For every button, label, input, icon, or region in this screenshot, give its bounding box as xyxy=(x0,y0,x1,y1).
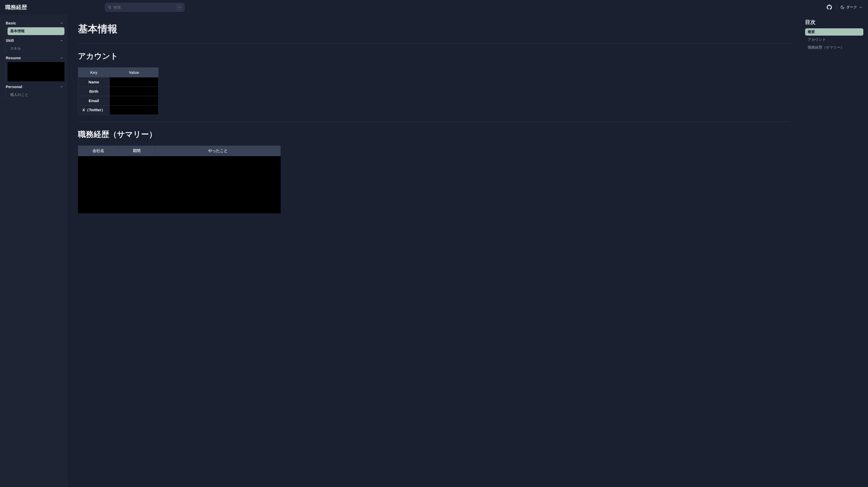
account-key: X（Twitter） xyxy=(78,105,110,115)
table-header-key: Key xyxy=(78,67,110,78)
toc: 目次 概要 アカウント 職務経歴（サマリー） xyxy=(800,14,868,487)
sidebar-section-label: Personal xyxy=(6,85,22,89)
search-wrap xyxy=(105,3,185,12)
table-row-redacted xyxy=(78,156,281,213)
header: 職務経歴 ダーク xyxy=(0,0,868,14)
sidebar-section-label: Skill xyxy=(6,38,14,42)
sidebar-redacted xyxy=(7,62,64,81)
search-icon xyxy=(108,5,112,9)
table-row: X（Twitter） xyxy=(78,105,158,115)
chevron-down-icon xyxy=(60,56,63,60)
sidebar-section-label: Resume xyxy=(6,56,21,60)
github-link[interactable] xyxy=(826,4,833,11)
divider xyxy=(78,122,790,122)
github-icon xyxy=(827,5,832,10)
table-header-period: 期間 xyxy=(119,146,155,156)
chevron-down-icon xyxy=(60,85,63,89)
sidebar-item-personal[interactable]: 個人のこと xyxy=(7,91,64,99)
account-key: Name xyxy=(78,78,110,87)
account-value-redacted xyxy=(110,105,158,115)
chevron-down-icon xyxy=(60,21,63,25)
toc-item-account[interactable]: アカウント xyxy=(805,36,863,43)
search-box[interactable] xyxy=(105,3,185,12)
toc-title: 目次 xyxy=(805,19,863,26)
account-value-redacted xyxy=(110,96,158,105)
theme-toggle[interactable]: ダーク xyxy=(840,5,863,10)
sidebar: Basic 基本情報 Skill スキル Resume xyxy=(0,14,68,487)
site-brand[interactable]: 職務経歴 xyxy=(5,4,27,11)
layout: Basic 基本情報 Skill スキル Resume xyxy=(0,14,868,487)
sidebar-item-basic-info[interactable]: 基本情報 xyxy=(7,27,64,35)
sidebar-section-basic[interactable]: Basic xyxy=(5,19,64,27)
sidebar-section-personal[interactable]: Personal xyxy=(5,83,64,90)
table-header-work: やったこと xyxy=(155,146,281,156)
account-heading: アカウント xyxy=(78,51,790,62)
table-row: Name xyxy=(78,78,158,87)
header-right: ダーク xyxy=(826,4,863,11)
summary-redacted-cell xyxy=(78,156,281,213)
account-key: Email xyxy=(78,96,110,105)
sidebar-section-resume[interactable]: Resume xyxy=(5,54,64,62)
summary-table: 会社名 期間 やったこと xyxy=(78,146,281,213)
account-table: Key Value Name Birth Email X（Tw xyxy=(78,67,158,115)
sidebar-section-skill[interactable]: Skill xyxy=(5,37,64,44)
table-row: Email xyxy=(78,96,158,105)
sidebar-item-skill[interactable]: スキル xyxy=(7,45,64,53)
toc-item-summary[interactable]: 職務経歴（サマリー） xyxy=(805,44,863,51)
moon-icon xyxy=(840,5,845,9)
account-value-redacted xyxy=(110,78,158,87)
account-value-redacted xyxy=(110,87,158,96)
sidebar-section-label: Basic xyxy=(6,21,16,25)
table-header-company: 会社名 xyxy=(78,146,119,156)
search-input[interactable] xyxy=(112,5,177,9)
chevron-down-icon xyxy=(859,5,863,9)
theme-label: ダーク xyxy=(846,5,857,10)
divider xyxy=(78,43,790,44)
table-row: Birth xyxy=(78,87,158,96)
search-shortcut-icon xyxy=(177,5,182,10)
chevron-down-icon xyxy=(60,39,63,42)
table-header-value: Value xyxy=(110,67,158,78)
page-title: 基本情報 xyxy=(78,22,790,36)
summary-heading: 職務経歴（サマリー） xyxy=(78,129,790,140)
toc-item-overview[interactable]: 概要 xyxy=(805,28,863,36)
main-content: 基本情報 アカウント Key Value Name Birth xyxy=(68,14,800,487)
account-key: Birth xyxy=(78,87,110,96)
